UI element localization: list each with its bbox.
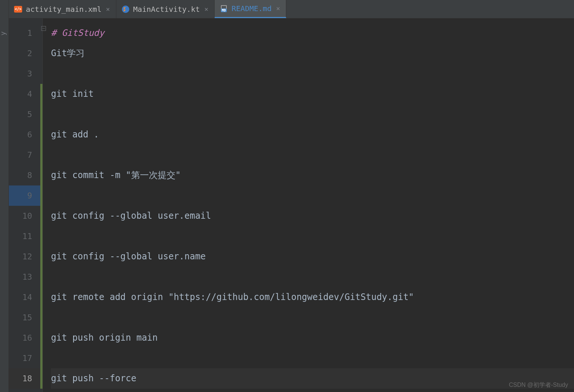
code-line[interactable]: git push origin main xyxy=(51,328,574,348)
code-line[interactable] xyxy=(51,267,574,287)
line-number[interactable]: 14 xyxy=(9,287,42,307)
line-number[interactable]: 4 xyxy=(9,84,42,104)
line-number-gutter[interactable]: 123456789101112131415161718 xyxy=(9,18,43,392)
code-editor[interactable]: # GitStudyGit学习git initgit add .git comm… xyxy=(43,18,574,392)
tab-readme-md[interactable]: MD README.md × xyxy=(215,0,286,18)
watermark-text: CSDN @初学者-Study xyxy=(509,381,568,389)
code-line[interactable]: git config --global user.email xyxy=(51,206,574,226)
line-number[interactable]: 7 xyxy=(9,145,42,165)
code-line[interactable] xyxy=(51,104,574,125)
line-number[interactable]: 2 xyxy=(9,43,42,64)
line-number[interactable]: 15 xyxy=(9,307,42,328)
code-line[interactable] xyxy=(51,64,574,84)
sidebar-label: y xyxy=(0,31,7,35)
code-line[interactable] xyxy=(51,348,574,368)
line-number[interactable]: 18 xyxy=(9,368,42,389)
xml-file-icon: </> xyxy=(14,5,22,13)
code-line[interactable]: git config --global user.name xyxy=(51,246,574,267)
markdown-file-icon: MD xyxy=(220,4,228,13)
code-line[interactable]: git add . xyxy=(51,125,574,145)
vcs-change-marker[interactable] xyxy=(40,23,42,392)
line-number[interactable]: 16 xyxy=(9,328,42,348)
line-number[interactable]: 6 xyxy=(9,125,42,145)
code-line[interactable]: git push --force xyxy=(51,368,574,389)
line-number[interactable]: 13 xyxy=(9,267,42,287)
close-icon[interactable]: × xyxy=(204,6,209,13)
line-number[interactable]: 10 xyxy=(9,206,42,226)
line-number[interactable]: 11 xyxy=(9,226,42,246)
line-number[interactable]: 5 xyxy=(9,104,42,125)
line-number[interactable]: 8 xyxy=(9,165,42,185)
code-line[interactable]: # GitStudy xyxy=(51,23,574,43)
editor-area: 123456789101112131415161718 # GitStudyGi… xyxy=(9,18,574,392)
code-line[interactable]: git commit -m "第一次提交" xyxy=(51,165,574,185)
code-line[interactable] xyxy=(51,226,574,246)
close-icon[interactable]: × xyxy=(105,6,111,13)
code-line[interactable]: git remote add origin "https://github.co… xyxy=(51,287,574,307)
editor-tab-bar: </> activity_main.xml × MainActivity.kt … xyxy=(9,0,574,18)
line-number[interactable]: 17 xyxy=(9,348,42,368)
tab-label: MainActivity.kt xyxy=(133,5,200,14)
code-line[interactable] xyxy=(51,185,574,206)
code-line[interactable] xyxy=(51,307,574,328)
code-line[interactable]: git init xyxy=(51,84,574,104)
line-number[interactable]: 3 xyxy=(9,64,42,84)
tab-main-activity-kt[interactable]: MainActivity.kt × xyxy=(116,0,215,18)
fold-icon[interactable] xyxy=(40,26,46,33)
line-number[interactable]: 9 xyxy=(9,185,42,206)
left-tool-sidebar[interactable]: y xyxy=(0,0,9,392)
line-number[interactable]: 1 xyxy=(9,23,42,43)
code-line[interactable] xyxy=(51,145,574,165)
tab-label: activity_main.xml xyxy=(26,5,102,14)
close-icon[interactable]: × xyxy=(275,5,281,12)
tab-label: README.md xyxy=(232,4,271,13)
kotlin-file-icon xyxy=(122,5,130,13)
tab-activity-main-xml[interactable]: </> activity_main.xml × xyxy=(9,0,116,18)
code-line[interactable]: Git学习 xyxy=(51,43,574,64)
line-number[interactable]: 12 xyxy=(9,246,42,267)
svg-point-0 xyxy=(122,6,129,13)
